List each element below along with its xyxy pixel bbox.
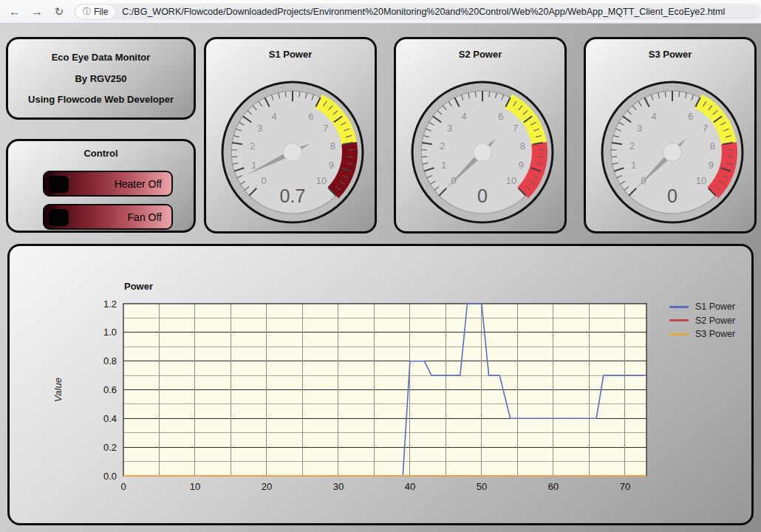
gauge-scale-label: 0 [261, 175, 266, 186]
control-panel-title: Control [8, 141, 194, 159]
x-tick-label: 30 [333, 481, 344, 492]
address-bar[interactable]: ⓘ File C:/BG_WORK/Flowcode/DownloadedPro… [74, 4, 761, 20]
info-panel: Eco Eye Data Monitor By RGV250 Using Flo… [6, 37, 196, 120]
legend-line-icon [669, 333, 689, 335]
gauge-hub [663, 143, 682, 162]
gauge-scale-label: 3 [447, 123, 452, 134]
y-axis-label: Value [52, 378, 64, 402]
legend-item: S1 Power [669, 300, 735, 314]
gauge-value: 0.7 [280, 185, 306, 206]
x-tick-label: 40 [405, 481, 415, 492]
gauge-scale-label: 9 [519, 160, 524, 171]
fan-toggle-button[interactable]: Fan Off [43, 204, 173, 230]
gauge-tick [421, 157, 427, 157]
gauge-scale-label: 6 [498, 111, 503, 122]
heater-toggle-label: Heater Off [115, 178, 162, 190]
y-tick-label: 0.2 [103, 442, 117, 453]
control-panel: Control Heater Off Fan Off [6, 139, 196, 233]
dashboard-page: Eco Eye Data Monitor By RGV250 Using Flo… [0, 24, 761, 532]
gauge-tick [611, 157, 617, 157]
url-text[interactable]: C:/BG_WORK/Flowcode/DownloadedProjects/E… [122, 7, 725, 17]
gauge-title-s1: S1 Power [206, 39, 375, 60]
app-title: Eco Eye Data Monitor [52, 52, 151, 63]
legend-label: S1 Power [695, 301, 735, 312]
gauge-scale-label: 2 [629, 140, 635, 151]
x-tick-label: 50 [477, 481, 487, 492]
x-tick-label: 70 [620, 481, 630, 492]
legend-line-icon [669, 319, 689, 321]
gauge-scale-label: 7 [703, 123, 708, 134]
file-scheme-chip: ⓘ File [76, 5, 115, 18]
y-tick-label: 0.8 [103, 355, 117, 366]
gauge-scale-label: 10 [696, 175, 706, 186]
chart-legend: S1 PowerS2 PowerS3 Power [669, 300, 735, 341]
gauge-scale-label: 2 [440, 140, 445, 151]
author-line: By RGV250 [75, 73, 126, 84]
gauge-panel-s2: S2 Power 012346789100 [394, 37, 567, 233]
x-tick-label: 60 [548, 481, 559, 492]
fan-toggle-indicator [49, 209, 69, 226]
gauge-scale-label: 4 [651, 111, 656, 122]
fan-toggle-label: Fan Off [128, 211, 162, 223]
gauge-hub [284, 143, 302, 162]
gauge-scale-label: 8 [520, 140, 525, 151]
gauge-hub [474, 143, 492, 162]
gauge-tick [231, 157, 237, 157]
gauge-scale-label: 9 [329, 160, 334, 171]
gauge-title-s2: S2 Power [396, 39, 564, 60]
gauge-tick [728, 157, 734, 157]
gauge-title-s3: S3 Power [586, 39, 754, 60]
gauge-scale-label: 1 [631, 160, 636, 171]
power-chart: 0102030405060700.00.20.40.60.81.01.2Powe… [10, 246, 751, 523]
gauge-scale-label: 8 [710, 140, 715, 151]
gauge-s3: 012346789100 [598, 78, 746, 226]
gauge-scale-label: 8 [330, 140, 335, 151]
gauge-scale-label: 6 [688, 111, 693, 122]
forward-icon[interactable]: → [28, 3, 46, 21]
gauge-value: 0 [477, 185, 488, 206]
gauge-s2: 012346789100 [409, 78, 556, 226]
file-chip-label: File [94, 7, 108, 17]
heater-toggle-indicator [49, 176, 69, 193]
x-tick-label: 20 [262, 481, 272, 492]
gauge-scale-label: 2 [250, 140, 255, 151]
legend-label: S3 Power [695, 329, 735, 339]
y-tick-label: 0.6 [103, 384, 117, 395]
gauge-tick [348, 157, 354, 157]
x-tick-label: 10 [190, 481, 200, 492]
y-tick-label: 1.0 [103, 327, 117, 338]
gauge-scale-label: 3 [637, 123, 642, 134]
gauge-scale-label: 1 [441, 160, 446, 171]
screen: ← → ↻ ⓘ File C:/BG_WORK/Flowcode/Downloa… [0, 0, 761, 532]
heater-toggle-button[interactable]: Heater Off [43, 171, 173, 197]
browser-toolbar: ← → ↻ ⓘ File C:/BG_WORK/Flowcode/Downloa… [0, 0, 761, 24]
x-tick-label: 0 [120, 481, 126, 492]
refresh-icon[interactable]: ↻ [50, 3, 68, 21]
y-tick-label: 0.4 [103, 413, 117, 424]
legend-label: S2 Power [695, 316, 735, 326]
gauge-scale-label: 4 [461, 111, 466, 122]
y-tick-label: 1.2 [103, 299, 117, 310]
chart-panel: 0102030405060700.00.20.40.60.81.01.2Powe… [7, 244, 754, 525]
gauge-scale-label: 6 [308, 111, 313, 122]
info-icon: ⓘ [83, 6, 91, 17]
y-tick-label: 0.0 [103, 471, 117, 482]
gauge-panel-s3: S3 Power 012346789100 [584, 37, 757, 233]
legend-item: S3 Power [669, 327, 735, 341]
tool-line: Using Flowcode Web Developer [28, 94, 174, 105]
gauge-scale-label: 7 [323, 123, 328, 134]
gauge-scale-label: 10 [506, 175, 516, 186]
gauge-scale-label: 3 [257, 123, 262, 134]
gauge-value: 0 [667, 185, 678, 206]
legend-line-icon [669, 306, 689, 308]
chart-title: Power [124, 281, 153, 292]
gauge-scale-label: 1 [251, 160, 256, 171]
gauge-scale-label: 10 [316, 175, 327, 186]
legend-item: S2 Power [669, 314, 735, 328]
gauge-scale-label: 9 [709, 160, 714, 171]
gauge-s1: 012346789100.7 [219, 78, 366, 226]
gauge-scale-label: 7 [513, 123, 518, 134]
gauge-panel-s1: S1 Power 012346789100.7 [204, 37, 377, 233]
gauge-scale-label: 4 [271, 111, 276, 122]
back-icon[interactable]: ← [6, 3, 24, 21]
